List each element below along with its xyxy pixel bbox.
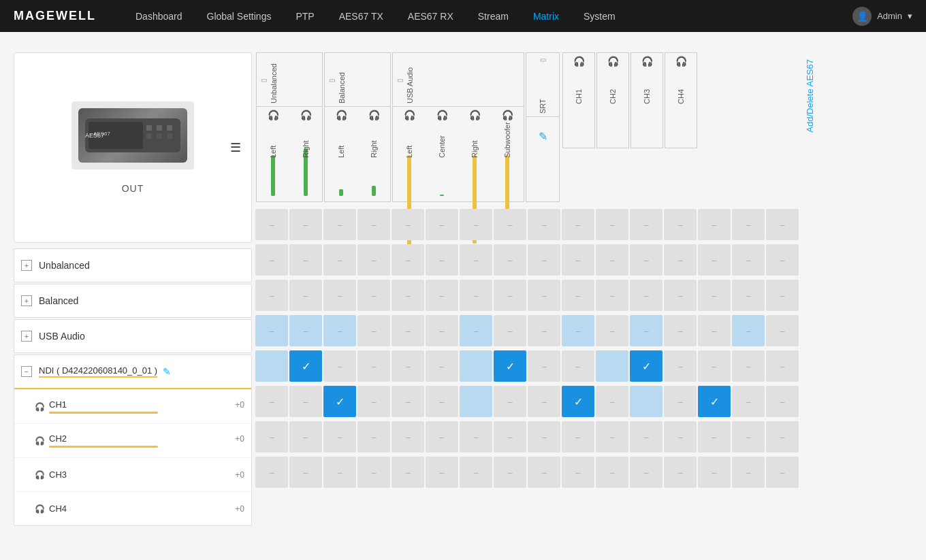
cell[interactable]: – [698, 280, 731, 311]
nav-aes67tx[interactable]: AES67 TX [327, 0, 396, 32]
cell[interactable]: – [766, 421, 799, 452]
cell[interactable]: – [357, 457, 390, 488]
cell[interactable]: – [698, 315, 731, 346]
cell[interactable]: – [357, 244, 390, 276]
cell[interactable]: – [766, 209, 799, 240]
cell[interactable]: – [562, 421, 594, 452]
nav-dashboard[interactable]: Dashboard [123, 0, 195, 32]
cell[interactable]: – [392, 244, 424, 276]
cell[interactable]: – [494, 457, 526, 488]
cell[interactable]: – [732, 244, 765, 276]
cell[interactable]: – [698, 350, 731, 382]
nav-aes67rx[interactable]: AES67 RX [396, 0, 466, 32]
cell[interactable]: – [528, 315, 560, 346]
cell[interactable]: – [698, 244, 731, 276]
cell-checked[interactable]: ✓ [698, 386, 731, 417]
cell[interactable]: – [664, 457, 697, 488]
cell[interactable]: – [698, 209, 731, 240]
cell-checked[interactable]: ✓ [494, 350, 526, 382]
cell[interactable]: – [460, 244, 492, 276]
cell[interactable]: – [528, 350, 560, 382]
cell-checked[interactable]: ✓ [630, 350, 662, 382]
cell[interactable]: – [766, 350, 799, 382]
cell[interactable]: – [357, 280, 390, 311]
cell[interactable]: – [664, 280, 697, 311]
cell[interactable]: – [392, 350, 424, 382]
cell[interactable]: – [255, 244, 288, 276]
cell[interactable]: – [766, 280, 799, 311]
cell[interactable]: – [732, 350, 765, 382]
cell[interactable]: – [255, 386, 288, 417]
nav-stream[interactable]: Stream [466, 0, 521, 32]
cell[interactable]: – [732, 421, 765, 452]
cell[interactable]: – [766, 244, 799, 276]
cell[interactable]: – [289, 421, 322, 452]
cell[interactable]: – [630, 457, 662, 488]
cell[interactable]: – [323, 457, 356, 488]
expand-unbalanced-icon[interactable]: + [21, 260, 32, 271]
cell[interactable]: – [426, 315, 458, 346]
cell[interactable]: – [289, 244, 322, 276]
cell[interactable]: – [460, 457, 492, 488]
cell[interactable]: – [426, 386, 458, 417]
filter-icon[interactable]: ☰ [230, 140, 241, 155]
cell[interactable]: – [494, 209, 526, 240]
cell[interactable]: – [426, 457, 458, 488]
cell[interactable]: – [698, 457, 731, 488]
cell[interactable]: – [664, 386, 697, 417]
cell-checked[interactable]: ✓ [323, 386, 356, 417]
cell[interactable]: – [528, 386, 560, 417]
cell[interactable]: – [596, 457, 628, 488]
cell[interactable]: – [460, 315, 492, 346]
cell[interactable]: – [630, 280, 662, 311]
cell[interactable]: – [426, 350, 458, 382]
cell[interactable]: – [255, 457, 288, 488]
cell[interactable]: – [528, 209, 560, 240]
cell[interactable]: – [596, 209, 628, 240]
cell[interactable]: – [426, 421, 458, 452]
cell[interactable] [460, 386, 492, 417]
cell[interactable]: – [323, 421, 356, 452]
cell[interactable]: – [664, 244, 697, 276]
collapse-usb-icon[interactable]: ▭ [397, 76, 403, 84]
cell[interactable]: – [698, 421, 731, 452]
cell[interactable]: – [596, 280, 628, 311]
cell[interactable]: – [289, 209, 322, 240]
cell[interactable]: – [562, 350, 594, 382]
srt-edit-icon[interactable]: ✎ [539, 130, 547, 143]
add-delete-aes67-button[interactable]: Add/Delete AES67 [805, 59, 815, 133]
cell[interactable]: – [289, 386, 322, 417]
cell[interactable]: – [664, 421, 697, 452]
cell[interactable]: – [494, 315, 526, 346]
cell[interactable]: – [426, 280, 458, 311]
cell[interactable]: – [664, 315, 697, 346]
cell[interactable]: – [357, 386, 390, 417]
cell[interactable]: – [630, 244, 662, 276]
cell[interactable] [630, 386, 662, 417]
cell-checked[interactable]: ✓ [289, 350, 322, 382]
cell[interactable]: – [494, 386, 526, 417]
cell[interactable]: – [630, 209, 662, 240]
cell[interactable]: – [494, 244, 526, 276]
cell[interactable]: – [426, 209, 458, 240]
cell[interactable]: – [460, 421, 492, 452]
ndi-edit-icon[interactable]: ✎ [163, 366, 171, 377]
cell[interactable]: – [460, 209, 492, 240]
cell[interactable]: – [255, 315, 288, 346]
cell[interactable]: – [766, 457, 799, 488]
expand-ndi-icon[interactable]: − [21, 366, 32, 377]
cell[interactable]: – [323, 244, 356, 276]
cell[interactable]: – [357, 421, 390, 452]
cell[interactable]: – [392, 280, 424, 311]
collapse-balanced-icon[interactable]: ▭ [329, 76, 335, 84]
cell[interactable]: – [596, 386, 628, 417]
cell[interactable]: – [289, 315, 322, 346]
cell[interactable] [596, 350, 628, 382]
cell[interactable]: – [323, 350, 356, 382]
cell[interactable]: – [732, 457, 765, 488]
cell[interactable]: – [528, 457, 560, 488]
cell[interactable]: – [289, 457, 322, 488]
cell[interactable]: – [426, 244, 458, 276]
nav-global-settings[interactable]: Global Settings [195, 0, 284, 32]
cell-checked[interactable]: ✓ [562, 386, 594, 417]
